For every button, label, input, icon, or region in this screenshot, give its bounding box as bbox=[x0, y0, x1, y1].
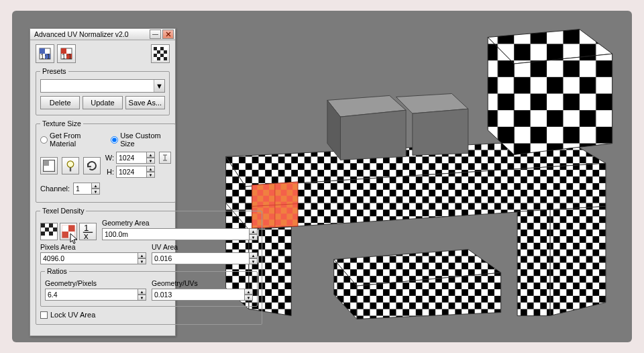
panel-titlebar[interactable]: Advanced UV Normalizer v2.0 — bbox=[30, 29, 175, 40]
presets-dropdown[interactable]: ▼ bbox=[40, 79, 165, 93]
geometry-area-input[interactable] bbox=[102, 228, 250, 240]
svg-marker-28 bbox=[514, 54, 612, 154]
svg-marker-26 bbox=[413, 109, 468, 155]
geom-uvs-spinner[interactable]: ▲▼ bbox=[152, 289, 253, 301]
height-label: H: bbox=[105, 168, 114, 176]
svg-marker-18 bbox=[517, 209, 550, 315]
mode-1to1-red-icon[interactable]: 1:1 bbox=[57, 44, 76, 63]
geometry-area-label: Geometry Area bbox=[102, 219, 258, 227]
svg-rect-45 bbox=[157, 57, 160, 60]
geom-pixels-input[interactable] bbox=[45, 289, 138, 301]
width-input[interactable] bbox=[116, 152, 147, 164]
svg-rect-48 bbox=[44, 160, 49, 166]
svg-rect-56 bbox=[49, 232, 53, 236]
channel-label: Channel: bbox=[40, 185, 70, 193]
mode-icon-row: 1:1 1:1 bbox=[36, 44, 170, 63]
preset-saveas-button[interactable]: Save As... bbox=[125, 96, 165, 109]
svg-rect-52 bbox=[49, 223, 53, 228]
svg-rect-53 bbox=[45, 228, 49, 232]
get-density-icon[interactable] bbox=[40, 223, 58, 240]
svg-text:1:1: 1:1 bbox=[62, 52, 72, 60]
uv-area-input[interactable] bbox=[152, 252, 250, 264]
ratio-formula-icon[interactable]: 1x bbox=[79, 223, 97, 240]
svg-rect-46 bbox=[164, 57, 167, 60]
svg-marker-17 bbox=[550, 206, 606, 315]
set-density-icon[interactable] bbox=[60, 223, 77, 240]
checker-preview-icon[interactable] bbox=[151, 44, 170, 63]
width-spinner[interactable]: ▲▼ bbox=[116, 152, 155, 164]
presets-group: Presets ▼ Delete Update Save As... bbox=[36, 67, 170, 115]
texel-density-group: Texel Density 1x bbox=[36, 207, 262, 325]
radio-from-material[interactable]: Get From Material bbox=[40, 132, 103, 148]
minimize-button[interactable]: — bbox=[150, 30, 161, 39]
svg-rect-42 bbox=[164, 50, 167, 54]
ratios-group: Ratios Geometry/Pixels ▲▼ Geometry/UVs bbox=[40, 267, 258, 307]
geom-uvs-input[interactable] bbox=[152, 289, 245, 301]
lock-uv-checkbox[interactable]: Lock UV Area bbox=[40, 311, 258, 319]
svg-rect-54 bbox=[53, 228, 57, 232]
eyedropper-icon[interactable] bbox=[62, 157, 79, 174]
refresh-icon[interactable] bbox=[83, 157, 101, 174]
svg-point-49 bbox=[67, 161, 74, 168]
geom-pixels-spinner[interactable]: ▲▼ bbox=[45, 289, 146, 301]
height-input[interactable] bbox=[116, 166, 147, 178]
svg-text:x: x bbox=[84, 231, 89, 240]
link-wh-icon[interactable] bbox=[159, 152, 171, 164]
svg-rect-39 bbox=[154, 47, 157, 50]
presets-legend: Presets bbox=[40, 67, 68, 75]
material-picker-icon[interactable] bbox=[40, 157, 58, 174]
channel-input[interactable] bbox=[73, 183, 92, 195]
mode-1to1-blue-icon[interactable]: 1:1 bbox=[36, 44, 54, 63]
svg-marker-23 bbox=[340, 110, 406, 160]
close-button[interactable] bbox=[162, 30, 174, 39]
ratios-legend: Ratios bbox=[45, 267, 69, 275]
height-spinner[interactable]: ▲▼ bbox=[116, 166, 155, 178]
svg-rect-40 bbox=[160, 47, 164, 50]
texture-size-group: Texture Size Get From Material Use Custo… bbox=[36, 119, 176, 203]
chevron-down-icon: ▼ bbox=[154, 80, 164, 92]
svg-rect-43 bbox=[154, 54, 157, 57]
geom-uvs-label: Geometry/UVs bbox=[152, 279, 253, 287]
close-icon bbox=[166, 32, 171, 37]
preset-delete-button[interactable]: Delete bbox=[40, 96, 80, 109]
svg-rect-58 bbox=[62, 225, 68, 232]
svg-rect-51 bbox=[41, 223, 45, 228]
uv-area-spinner[interactable]: ▲▼ bbox=[152, 252, 258, 264]
uv-normalizer-panel: Advanced UV Normalizer v2.0 — 1:1 1:1 bbox=[30, 28, 176, 336]
texel-density-legend: Texel Density bbox=[40, 207, 86, 215]
width-label: W: bbox=[105, 154, 114, 162]
texture-size-legend: Texture Size bbox=[40, 119, 83, 128]
svg-rect-44 bbox=[160, 54, 164, 57]
channel-spinner[interactable]: ▲▼ bbox=[73, 183, 100, 195]
svg-text:1:1: 1:1 bbox=[40, 52, 50, 60]
geom-pixels-label: Geometry/Pixels bbox=[45, 279, 146, 287]
svg-rect-59 bbox=[68, 232, 75, 238]
uv-area-label: UV Area bbox=[152, 243, 258, 251]
preset-update-button[interactable]: Update bbox=[83, 96, 122, 109]
panel-title: Advanced UV Normalizer v2.0 bbox=[34, 30, 148, 38]
geometry-area-spinner[interactable]: ▲▼ bbox=[102, 228, 258, 240]
viewport-background: Advanced UV Normalizer v2.0 — 1:1 1:1 bbox=[12, 11, 632, 342]
pixels-area-spinner[interactable]: ▲▼ bbox=[40, 252, 146, 264]
radio-custom-size[interactable]: Use Custom Size bbox=[111, 132, 171, 148]
svg-rect-41 bbox=[157, 50, 160, 54]
pixels-area-label: Pixels Area bbox=[40, 243, 146, 251]
svg-rect-55 bbox=[41, 232, 45, 236]
pixels-area-input[interactable] bbox=[40, 252, 138, 264]
